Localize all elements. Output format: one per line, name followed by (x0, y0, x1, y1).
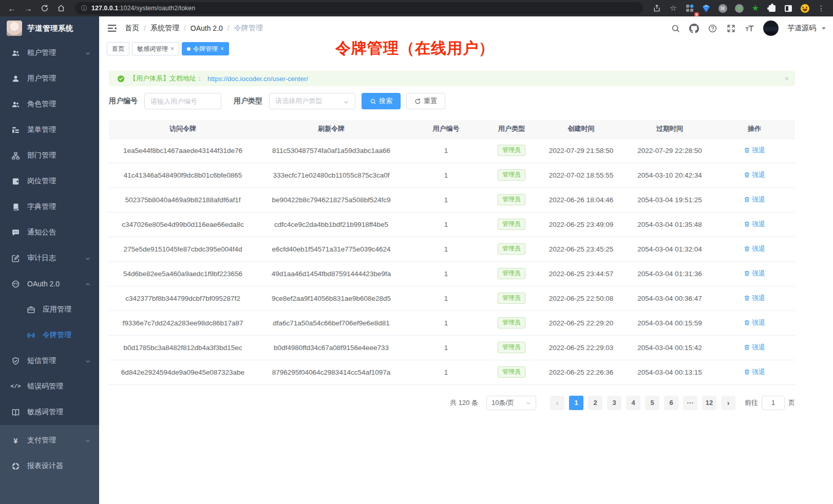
page-button-2[interactable]: 2 (588, 396, 602, 410)
tab-tag-令牌管理[interactable]: 令牌管理× (182, 42, 229, 55)
fullscreen-icon[interactable] (726, 24, 736, 33)
sidebar-item-post[interactable]: 岗位管理 (0, 168, 99, 194)
page-size-select[interactable]: 10条/页 (486, 396, 536, 410)
sidebar-item-notice[interactable]: 通知公告 (0, 220, 99, 245)
sidebar-item-role[interactable]: 角色管理 (0, 91, 99, 117)
github-icon[interactable] (689, 24, 699, 33)
next-page-button[interactable]: › (721, 396, 735, 410)
page-button-3[interactable]: 3 (607, 396, 621, 410)
force-logout-button[interactable]: 强退 (744, 294, 765, 303)
split-screen-icon[interactable] (782, 2, 795, 15)
tab-tag-敏感词管理[interactable]: 敏感词管理× (132, 42, 179, 55)
active-dot-icon (187, 47, 191, 51)
sidebar-item-tenant[interactable]: 租户管理 (0, 40, 99, 66)
page-button-6[interactable]: 6 (664, 396, 678, 410)
app-logo[interactable]: 芋道管理系统 (0, 16, 99, 40)
force-logout-button[interactable]: 强退 (744, 220, 765, 229)
close-icon[interactable]: × (220, 46, 224, 52)
goto-label: 前往 (745, 398, 758, 408)
force-logout-button[interactable]: 强退 (744, 269, 765, 278)
alert-close-icon[interactable]: × (785, 74, 789, 83)
force-logout-button[interactable]: 强退 (744, 195, 765, 204)
cell-refresh-token: b0df4980ffd34c67a08f9156e4eee733 (257, 335, 406, 360)
chevron-down-icon (525, 400, 531, 405)
extension-puzzle-icon[interactable] (765, 2, 779, 15)
prev-page-button[interactable]: ‹ (550, 396, 564, 410)
extension-gem-icon[interactable] (699, 2, 713, 15)
role-icon (11, 100, 20, 109)
sidebar-item-report-designer[interactable]: 报表设计器 (0, 453, 99, 479)
force-logout-button[interactable]: 强退 (744, 343, 765, 352)
bookmark-star-icon[interactable]: ☆ (667, 2, 680, 15)
sidebar-item-menu[interactable]: 菜单管理 (0, 117, 99, 143)
sidebar-item-audit-log[interactable]: 审计日志 (0, 245, 99, 271)
extension-star-icon[interactable]: ★ (749, 2, 762, 15)
extension-record-icon[interactable] (732, 2, 746, 15)
force-logout-button[interactable]: 强退 (744, 146, 765, 155)
user-type-select[interactable]: 请选择用户类型 (269, 93, 355, 109)
sidebar-item-error-code[interactable]: </>错误码管理 (0, 374, 99, 399)
sidebar-item-sensitive-word[interactable]: 敏感词管理 (0, 399, 99, 425)
site-info-icon[interactable]: ⓘ (81, 4, 87, 13)
browser-forward-icon[interactable]: → (22, 2, 35, 15)
menu-fold-icon[interactable] (106, 23, 118, 34)
page-button-1[interactable]: 1 (569, 396, 583, 410)
page-button-5[interactable]: 5 (645, 396, 659, 410)
user-avatar[interactable] (763, 21, 779, 36)
browser-home-icon[interactable] (54, 2, 68, 15)
sidebar-item-dict[interactable]: 字典管理 (0, 194, 99, 220)
browser-reload-icon[interactable] (38, 2, 51, 15)
sidebar-item-user[interactable]: 用户管理 (0, 66, 99, 91)
sidebar-item-token[interactable]: 令牌管理 (0, 322, 99, 348)
breadcrumb-item[interactable]: 系统管理 (150, 24, 179, 33)
cell-create-time: 2022-07-02 18:55:55 (537, 163, 626, 187)
extension-command-icon[interactable]: ⌘ (716, 2, 729, 15)
breadcrumb-item[interactable]: OAuth 2.0 (191, 24, 223, 32)
logo-avatar (7, 21, 22, 36)
search-icon[interactable] (671, 24, 680, 33)
breadcrumb-item[interactable]: 首页 (125, 24, 139, 33)
browser-profile-avatar[interactable] (798, 2, 811, 15)
search-button-label: 搜索 (379, 96, 392, 106)
browser-back-icon[interactable]: ← (5, 2, 18, 15)
font-size-icon[interactable] (745, 24, 754, 33)
more-pages-button[interactable]: ··· (683, 396, 697, 410)
force-logout-button[interactable]: 强退 (744, 170, 765, 180)
goto-page-input[interactable] (762, 396, 785, 410)
cell-create-time: 2022-06-25 22:50:08 (537, 286, 626, 311)
dict-icon (11, 203, 20, 211)
sidebar-item-app[interactable]: 应用管理 (0, 297, 99, 322)
cell-refresh-token: cdfc4ce9c2da4bb1bdf21b9918ff4be5 (257, 212, 406, 237)
cell-user-type: 管理员 (486, 212, 537, 237)
tab-tag-首页[interactable]: 首页 (107, 42, 129, 55)
user-name[interactable]: 芋道源码 (787, 24, 816, 33)
user-id-input[interactable] (144, 93, 221, 109)
share-icon[interactable] (650, 2, 664, 15)
search-button[interactable]: 搜索 (362, 93, 401, 109)
content-area: 【用户体系】文档地址： https://doc.iocoder.cn/user-… (99, 57, 795, 410)
reset-button[interactable]: 重置 (406, 93, 445, 109)
page-button-12[interactable]: 12 (702, 396, 716, 410)
table-header-row: 访问令牌刷新令牌用户编号用户类型创建时间过期时间操作 (109, 120, 795, 138)
force-logout-button[interactable]: 强退 (744, 244, 765, 254)
sidebar-item-sms[interactable]: 短信管理 (0, 348, 99, 374)
address-bar[interactable]: ⓘ 127.0.0.1:1024/system/oauth2/token (75, 2, 643, 14)
alert-doc-link[interactable]: https://doc.iocoder.cn/user-center/ (207, 75, 308, 83)
help-icon[interactable] (708, 24, 717, 33)
chevron-down-icon[interactable] (822, 27, 826, 30)
column-header: 刷新令牌 (257, 120, 406, 138)
sidebar-item-dept[interactable]: 部门管理 (0, 143, 99, 168)
reset-button-label: 重置 (424, 96, 437, 106)
extension-grid-icon[interactable]: 9 (683, 2, 696, 15)
close-icon[interactable]: × (171, 46, 174, 52)
cell-action: 强退 (714, 237, 795, 261)
sidebar-item-pay[interactable]: ¥支付管理 (0, 428, 99, 453)
force-logout-button[interactable]: 强退 (744, 367, 765, 377)
sidebar-menu-bottom: ¥支付管理报表设计器 (0, 425, 99, 504)
force-logout-button[interactable]: 强退 (744, 318, 765, 327)
sidebar-item-oauth2[interactable]: OAuth 2.0 (0, 271, 99, 297)
sidebar-item-label: OAuth 2.0 (27, 280, 85, 288)
browser-menu-icon[interactable]: ⋮ (815, 2, 828, 15)
cell-refresh-token: be90422b8c7946218275a508bf524fc9 (257, 187, 406, 212)
page-button-4[interactable]: 4 (626, 396, 640, 410)
